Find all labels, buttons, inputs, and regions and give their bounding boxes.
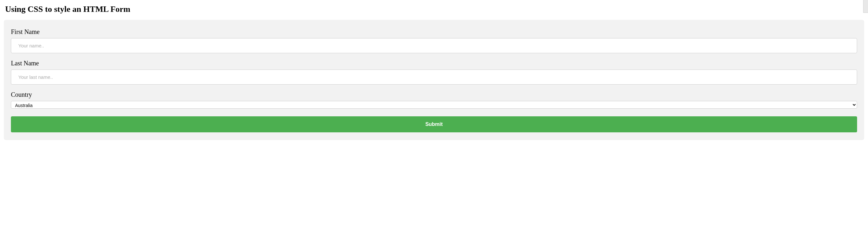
first-name-label: First Name xyxy=(11,28,857,36)
last-name-input[interactable] xyxy=(11,70,857,85)
page-heading: Using CSS to style an HTML Form xyxy=(5,4,864,14)
last-name-label: Last Name xyxy=(11,60,857,67)
country-select[interactable]: Australia xyxy=(11,101,857,109)
scrollbar[interactable] xyxy=(863,0,868,13)
country-label: Country xyxy=(11,91,857,99)
first-name-input[interactable] xyxy=(11,38,857,53)
form-container: First Name Last Name Country Australia S… xyxy=(4,20,864,140)
submit-button[interactable]: Submit xyxy=(11,116,857,132)
